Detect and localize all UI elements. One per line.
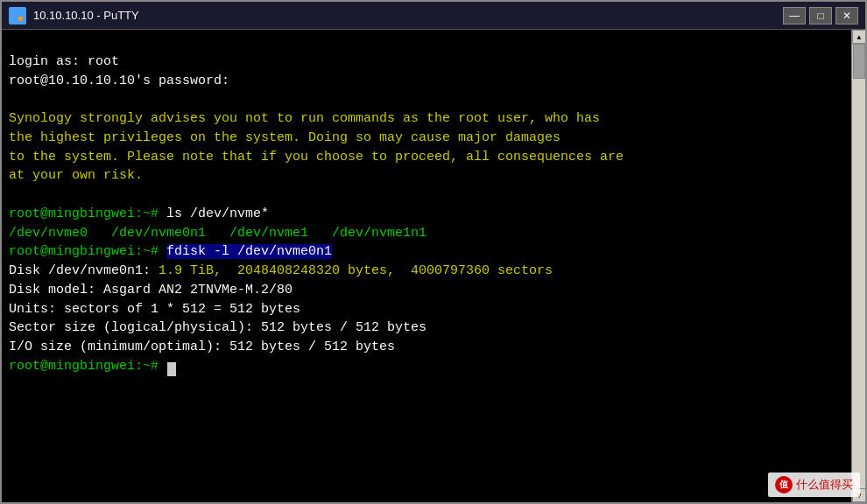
watermark-icon: 值 xyxy=(775,476,793,494)
titlebar: 10.10.10.10 - PuTTY — □ ✕ xyxy=(2,2,865,30)
terminal-line xyxy=(9,33,844,52)
terminal-line-ls-output: /dev/nvme0 /dev/nvme0n1 /dev/nvme1 /dev/… xyxy=(9,224,844,243)
maximize-button[interactable]: □ xyxy=(809,7,832,24)
svg-rect-1 xyxy=(18,10,23,15)
terminal-line-model: Disk model: Asgard AN2 2TNVMe-M.2/80 xyxy=(9,281,844,300)
terminal-line-disk: Disk /dev/nvme0n1: 1.9 TiB, 204840824832… xyxy=(9,262,844,281)
terminal-line-blank2 xyxy=(9,186,844,205)
terminal-line-sector-size: Sector size (logical/physical): 512 byte… xyxy=(9,318,844,338)
terminal-line-warn4: at your own risk. xyxy=(9,166,844,186)
terminal-line-password: root@10.10.10.10's password: xyxy=(9,72,844,91)
terminal-line-blank xyxy=(9,90,844,109)
app-icon xyxy=(9,7,26,24)
svg-rect-3 xyxy=(18,17,23,21)
terminal-line-warn3: to the system. Please note that if you c… xyxy=(9,148,844,167)
window-controls: — □ ✕ xyxy=(783,7,858,24)
svg-rect-0 xyxy=(12,10,17,15)
scrollbar[interactable]: ▲ ▼ xyxy=(851,30,865,502)
terminal-line-cmd1: root@mingbingwei:~# ls /dev/nvme* xyxy=(9,205,844,224)
scrollbar-track[interactable] xyxy=(852,44,865,488)
minimize-button[interactable]: — xyxy=(783,7,806,24)
terminal-line-login: login as: root xyxy=(9,52,844,72)
svg-rect-2 xyxy=(12,17,17,21)
window-body: login as: root root@10.10.10.10's passwo… xyxy=(2,30,865,502)
watermark-text: 什么值得买 xyxy=(796,477,853,493)
terminal-cursor xyxy=(167,362,176,376)
terminal-line-warn1: Synology strongly advises you not to run… xyxy=(9,109,844,129)
window-title: 10.10.10.10 - PuTTY xyxy=(33,9,783,22)
terminal-line-prompt-end: root@mingbingwei:~# xyxy=(9,357,844,376)
terminal-line-io-size: I/O size (minimum/optimal): 512 bytes / … xyxy=(9,338,844,357)
terminal-line-units: Units: sectors of 1 * 512 = 512 bytes xyxy=(9,300,844,319)
scrollbar-thumb[interactable] xyxy=(853,44,865,79)
scrollbar-up-button[interactable]: ▲ xyxy=(852,30,865,44)
terminal-line-warn2: the highest privileges on the system. Do… xyxy=(9,129,844,148)
terminal-line-cmd2: root@mingbingwei:~# fdisk -l /dev/nvme0n… xyxy=(9,242,844,262)
window-wrapper: 10.10.10.10 - PuTTY — □ ✕ login as: root… xyxy=(0,0,867,504)
watermark: 值 什么值得买 xyxy=(768,472,860,497)
putty-window: 10.10.10.10 - PuTTY — □ ✕ login as: root… xyxy=(0,0,867,504)
close-button[interactable]: ✕ xyxy=(835,7,858,24)
terminal-area[interactable]: login as: root root@10.10.10.10's passwo… xyxy=(2,30,851,502)
